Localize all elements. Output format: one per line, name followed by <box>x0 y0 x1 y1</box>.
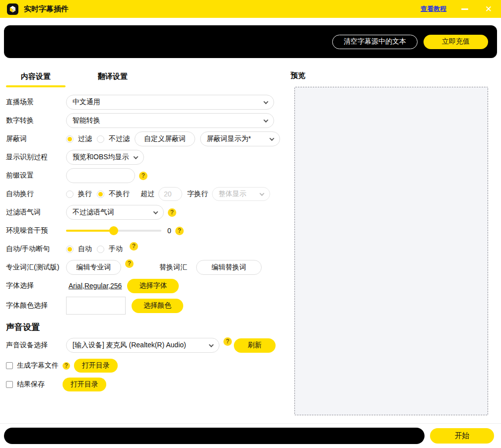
minimize-button[interactable] <box>459 3 470 14</box>
wrap-suffix-text: 字换行 <box>187 190 208 198</box>
live-scene-value: 中文通用 <box>72 98 100 107</box>
row-number-convert: 数字转换 智能转换 <box>6 113 290 128</box>
exceed-text: 超过 <box>141 190 154 198</box>
row-show-recognition: 显示识别过程 预览和OBS均显示 <box>6 150 290 165</box>
preview-panel: 预览 <box>290 58 501 423</box>
font-select-label: 字体选择 <box>6 281 66 290</box>
radio-icon <box>66 246 73 253</box>
subtitle-status-bar <box>4 428 425 444</box>
professional-words-label: 专业词汇(测试版) <box>6 263 66 272</box>
noise-value: 0 <box>167 227 171 235</box>
radio-icon <box>66 191 73 198</box>
blocked-words-display-select[interactable]: 屏蔽词显示为* <box>200 131 280 146</box>
show-recognition-select[interactable]: 预览和OBS均显示 <box>66 150 144 165</box>
font-color-label: 字体颜色选择 <box>6 301 66 310</box>
custom-blocked-words-button[interactable]: 自定义屏蔽词 <box>135 131 195 146</box>
row-sound-device: 声音设备选择 [输入设备] 麦克风 (Realtek(R) Audio) ? 刷… <box>6 338 290 353</box>
close-icon: ✕ <box>485 5 492 13</box>
recharge-button[interactable]: 立即充值 <box>424 35 488 49</box>
chevron-down-icon <box>264 118 269 123</box>
row-sentence-break: 自动/手动断句 自动 手动 ? <box>6 242 290 256</box>
edit-professional-words-button[interactable]: 编辑专业词 <box>66 260 121 275</box>
blocked-words-filter-radio[interactable]: 过滤 <box>66 134 92 143</box>
help-icon[interactable]: ? <box>130 242 138 251</box>
result-save-checkbox[interactable] <box>6 381 13 388</box>
wrap-count-input[interactable] <box>158 187 182 201</box>
noise-label: 环境噪音干预 <box>6 226 66 235</box>
slider-thumb-handle[interactable] <box>109 226 118 235</box>
help-icon[interactable]: ? <box>63 362 70 370</box>
preview-title: 预览 <box>290 71 494 80</box>
titlebar: 实时字幕插件 查看教程 ✕ <box>0 0 501 18</box>
chevron-down-icon <box>134 154 139 159</box>
sound-device-label: 声音设备选择 <box>6 341 66 350</box>
preview-area <box>294 87 488 415</box>
wrap-display-mode-value: 整体显示 <box>218 190 246 198</box>
row-result-save: 结果保存 打开目录 <box>6 378 290 391</box>
help-icon[interactable]: ? <box>223 337 232 346</box>
row-blocked-words: 屏蔽词 过滤 不过滤 自定义屏蔽词 屏蔽词显示为* <box>6 131 290 146</box>
result-save-label: 结果保存 <box>17 380 45 389</box>
number-convert-select[interactable]: 智能转换 <box>66 113 274 128</box>
wrap-radio[interactable]: 换行 <box>66 190 92 198</box>
settings-form: 直播场景 中文通用 数字转换 智能转换 屏蔽词 过滤 <box>6 95 290 391</box>
footer: 开始 <box>0 423 501 448</box>
minimize-icon <box>461 8 468 10</box>
filter-modal-words-value: 不过滤语气词 <box>72 208 114 217</box>
app-logo-icon <box>7 3 18 15</box>
sound-device-select[interactable]: [输入设备] 麦克风 (Realtek(R) Audio) <box>66 338 219 353</box>
app-title: 实时字幕插件 <box>24 4 69 14</box>
radio-icon <box>97 135 104 143</box>
radio-icon <box>97 191 104 198</box>
view-tutorial-link[interactable]: 查看教程 <box>421 4 446 13</box>
show-recognition-label: 显示识别过程 <box>6 153 66 162</box>
wrap-display-mode-select[interactable]: 整体显示 <box>212 187 270 201</box>
noise-slider[interactable] <box>66 226 161 235</box>
radio-icon <box>97 246 104 253</box>
blocked-words-label: 屏蔽词 <box>6 134 66 143</box>
choose-font-button[interactable]: 选择字体 <box>127 279 179 293</box>
blocked-words-nofilter-radio[interactable]: 不过滤 <box>97 134 130 143</box>
prefix-input[interactable] <box>66 168 135 183</box>
chevron-down-icon <box>264 99 269 104</box>
tab-content-settings[interactable]: 内容设置 <box>6 71 66 87</box>
no-wrap-radio[interactable]: 不换行 <box>97 190 130 198</box>
chevron-down-icon <box>209 342 214 347</box>
open-subtitle-dir-button[interactable]: 打开目录 <box>74 359 118 373</box>
main-content: 内容设置 翻译设置 直播场景 中文通用 数字转换 智能转换 屏蔽词 <box>0 58 501 423</box>
filter-modal-words-label: 过滤语气词 <box>6 208 66 217</box>
row-filter-modal-words: 过滤语气词 不过滤语气词 ? <box>6 205 290 220</box>
sound-device-value: [输入设备] 麦克风 (Realtek(R) Audio) <box>72 341 186 350</box>
help-icon[interactable]: ? <box>139 172 147 180</box>
tab-translation-settings[interactable]: 翻译设置 <box>83 71 143 87</box>
row-font-color: 字体颜色选择 选择颜色 <box>6 297 290 315</box>
live-scene-label: 直播场景 <box>6 98 66 107</box>
row-live-scene: 直播场景 中文通用 <box>6 95 290 110</box>
row-subtitle-file: 生成字幕文件 ? 打开目录 <box>6 359 290 373</box>
clear-subtitle-source-button[interactable]: 清空字幕源中的文本 <box>332 35 418 49</box>
number-convert-label: 数字转换 <box>6 116 66 125</box>
edit-replace-words-button[interactable]: 编辑替换词 <box>196 260 262 275</box>
font-color-input[interactable] <box>66 297 126 315</box>
row-noise: 环境噪音干预 0 ? <box>6 223 290 238</box>
row-font-select: 字体选择 Arial,Regular,256 选择字体 <box>6 278 290 293</box>
choose-color-button[interactable]: 选择颜色 <box>132 299 183 313</box>
manual-break-radio[interactable]: 手动 <box>97 245 123 254</box>
help-icon[interactable]: ? <box>168 208 176 217</box>
current-font-link[interactable]: Arial,Regular,256 <box>69 282 122 290</box>
auto-break-radio[interactable]: 自动 <box>66 245 92 254</box>
subtitle-file-checkbox[interactable] <box>6 362 13 369</box>
settings-panel: 内容设置 翻译设置 直播场景 中文通用 数字转换 智能转换 屏蔽词 <box>0 58 290 423</box>
help-icon[interactable]: ? <box>125 259 134 268</box>
slider-fill <box>66 230 114 232</box>
close-button[interactable]: ✕ <box>483 3 494 14</box>
refresh-device-button[interactable]: 刷新 <box>234 338 276 353</box>
live-scene-select[interactable]: 中文通用 <box>66 95 274 110</box>
replace-words-label: 替换词汇 <box>159 263 187 272</box>
open-result-dir-button[interactable]: 打开目录 <box>63 378 106 391</box>
filter-modal-words-select[interactable]: 不过滤语气词 <box>66 205 164 220</box>
start-button[interactable]: 开始 <box>430 428 494 444</box>
row-prefix: 前缀设置 ? <box>6 168 290 183</box>
help-icon[interactable]: ? <box>175 227 184 235</box>
sound-settings-header: 声音设置 <box>6 321 290 333</box>
